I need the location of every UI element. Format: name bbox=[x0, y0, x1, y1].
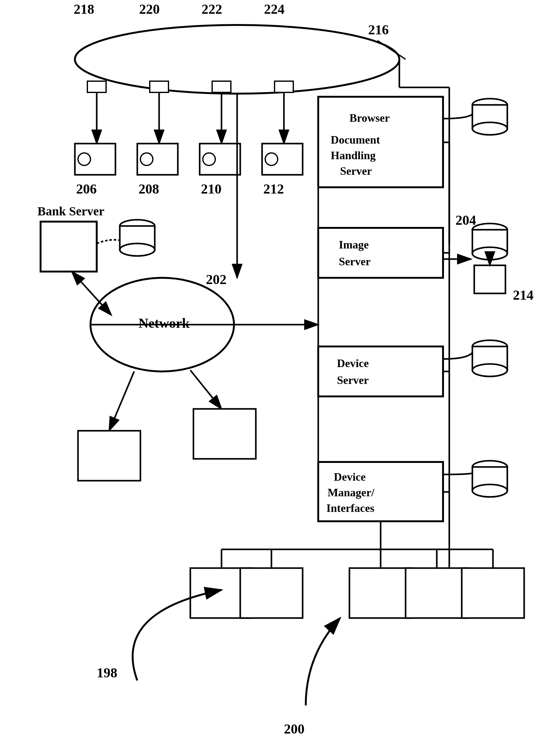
label-208: 208 bbox=[139, 181, 159, 197]
label-206: 206 bbox=[76, 181, 97, 197]
label-204: 204 bbox=[455, 213, 476, 228]
svg-line-73 bbox=[190, 370, 221, 409]
svg-rect-72 bbox=[78, 431, 140, 481]
svg-rect-11 bbox=[150, 81, 168, 92]
label-image2: Server bbox=[339, 255, 371, 268]
svg-point-39 bbox=[472, 247, 507, 260]
label-browser: Browser bbox=[350, 112, 390, 124]
svg-point-3 bbox=[75, 25, 399, 94]
label-210: 210 bbox=[201, 181, 221, 197]
label-doc1: Document bbox=[331, 134, 380, 146]
label-202: 202 bbox=[206, 272, 226, 287]
svg-rect-64 bbox=[462, 568, 524, 618]
label-222: 222 bbox=[202, 2, 222, 17]
label-224: 224 bbox=[264, 2, 285, 17]
svg-point-46 bbox=[472, 364, 507, 376]
label-devmgr3: Interfaces bbox=[326, 502, 374, 514]
label-devmgr2: Manager/ bbox=[328, 486, 375, 499]
svg-rect-60 bbox=[350, 568, 412, 618]
svg-point-51 bbox=[472, 484, 507, 497]
svg-point-69 bbox=[120, 243, 155, 256]
svg-point-32 bbox=[472, 122, 507, 135]
label-image1: Image bbox=[339, 238, 369, 251]
label-214: 214 bbox=[513, 288, 533, 303]
label-bankserver: Bank Server bbox=[37, 204, 104, 218]
svg-point-24 bbox=[265, 153, 278, 165]
svg-rect-58 bbox=[240, 568, 303, 618]
label-220: 220 bbox=[139, 2, 160, 17]
label-device2: Server bbox=[337, 374, 369, 387]
label-216: 216 bbox=[368, 22, 389, 37]
svg-line-4 bbox=[378, 41, 406, 59]
svg-rect-21 bbox=[275, 81, 293, 92]
svg-point-14 bbox=[140, 153, 153, 165]
svg-rect-42 bbox=[318, 347, 443, 396]
svg-rect-16 bbox=[212, 81, 231, 92]
svg-rect-74 bbox=[193, 409, 256, 459]
label-devmgr1: Device bbox=[334, 471, 366, 483]
label-200: 200 bbox=[284, 721, 305, 737]
label-network: Network bbox=[139, 316, 190, 331]
label-218: 218 bbox=[74, 2, 94, 17]
label-198: 198 bbox=[97, 665, 117, 680]
svg-rect-66 bbox=[41, 222, 97, 272]
svg-line-71 bbox=[109, 371, 134, 431]
svg-rect-34 bbox=[318, 228, 443, 278]
svg-rect-62 bbox=[406, 568, 468, 618]
diagram-container: 216 218 206 220 208 222 210 224 212 Brow… bbox=[0, 0, 536, 756]
svg-rect-6 bbox=[87, 81, 106, 92]
svg-point-9 bbox=[78, 153, 90, 165]
svg-line-70 bbox=[72, 272, 103, 306]
label-doc2: Handling bbox=[331, 149, 376, 162]
label-doc3: Server bbox=[340, 165, 372, 177]
label-device1: Device bbox=[337, 357, 369, 369]
svg-point-19 bbox=[203, 153, 215, 165]
svg-rect-40 bbox=[474, 265, 505, 293]
label-212: 212 bbox=[263, 181, 284, 197]
